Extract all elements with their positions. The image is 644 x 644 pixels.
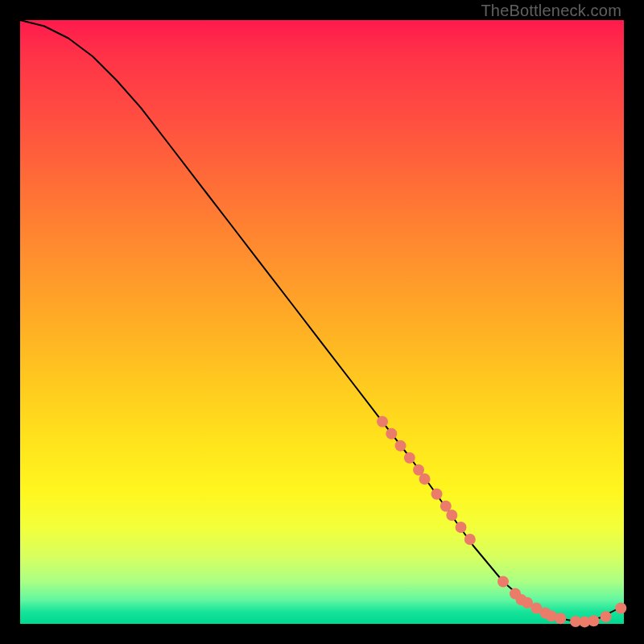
highlight-marker: [615, 603, 626, 614]
chart-overlay: [20, 20, 624, 624]
highlight-marker: [446, 510, 457, 521]
highlight-marker: [456, 522, 467, 533]
bottleneck-curve: [20, 20, 624, 621]
highlight-markers: [377, 416, 626, 628]
highlight-marker: [588, 615, 600, 626]
highlight-marker: [395, 440, 407, 452]
highlight-marker: [377, 416, 388, 427]
chart-frame: TheBottleneck.com: [0, 0, 644, 644]
watermark-label: TheBottleneck.com: [481, 2, 621, 20]
highlight-marker: [386, 428, 397, 440]
highlight-marker: [464, 534, 476, 545]
highlight-marker: [431, 489, 443, 500]
highlight-marker: [601, 611, 612, 622]
highlight-marker: [555, 613, 566, 624]
highlight-marker: [419, 473, 431, 485]
highlight-marker: [404, 452, 415, 464]
highlight-marker: [497, 576, 509, 588]
